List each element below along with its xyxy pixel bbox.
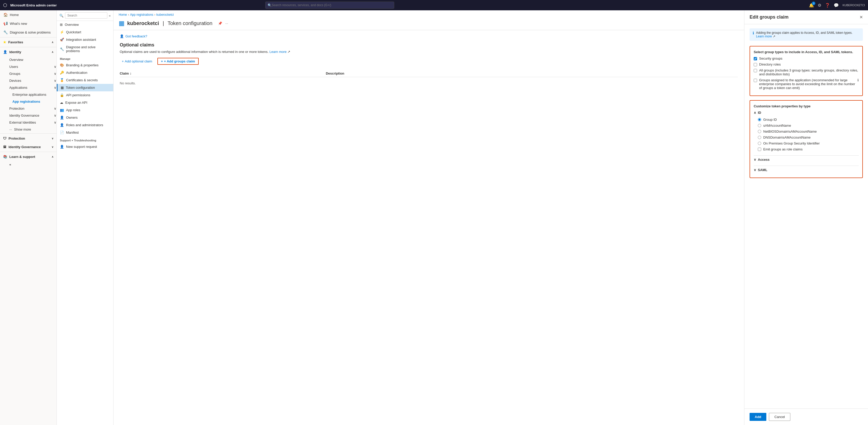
- learn-chevron: ∧: [52, 155, 54, 158]
- sidebar-sub-users[interactable]: Users ∨: [0, 63, 57, 70]
- add-groups-claim-button[interactable]: + + Add groups claim: [157, 58, 199, 65]
- overview-icon: ⊞: [60, 23, 63, 27]
- right-panel: Edit groups claim ✕ ℹ Adding the groups …: [744, 10, 868, 425]
- security-groups-label: Security groups: [759, 57, 782, 60]
- nav-item-integration-assistant[interactable]: 🚀 Integration assistant: [57, 36, 113, 43]
- netbios-radio[interactable]: [758, 130, 761, 133]
- sidebar-sub-identity-governance[interactable]: Identity Governance ∨: [0, 112, 57, 119]
- no-results-message: No results.: [120, 77, 738, 89]
- nav-item-certificates[interactable]: 🏅 Certificates & secrets: [57, 77, 113, 84]
- global-search-box[interactable]: 🔍: [265, 2, 394, 9]
- protection-section-icon: 🛡: [3, 136, 6, 141]
- sam-account-name-radio[interactable]: [758, 124, 761, 127]
- sidebar-sub-groups[interactable]: Groups ∨: [0, 70, 57, 77]
- chat-icon[interactable]: 💬: [834, 3, 839, 8]
- sidebar-section-identity[interactable]: 👤 Identity ∧: [0, 48, 57, 56]
- sidebar-sub-enterprise-apps[interactable]: Enterprise applications: [0, 91, 57, 98]
- sidebar-sub-external-identities[interactable]: External Identities ∨: [0, 119, 57, 126]
- user-account[interactable]: KUBEROCKETCI: [842, 4, 865, 7]
- saml-token-header[interactable]: ∨ SAML: [754, 166, 859, 174]
- breadcrumb-kuberocketci[interactable]: kuberocketci: [156, 13, 174, 17]
- identity-chevron: ∧: [52, 51, 54, 53]
- auth-icon: 🔑: [60, 71, 64, 74]
- sidebar-section-protection[interactable]: 🛡 Protection ∨: [0, 134, 57, 143]
- customize-token-box: Customize token properties by type ∧ ID …: [750, 100, 863, 178]
- emit-groups-checkbox[interactable]: [758, 148, 761, 151]
- sort-icon[interactable]: ↕: [130, 71, 132, 75]
- sidebar-item-diagnose-label: Diagnose & solve problems: [10, 30, 51, 34]
- brand-name: Microsoft Entra admin center: [10, 3, 57, 7]
- nav-item-manifest[interactable]: 📄 Manifest: [57, 129, 113, 136]
- protection-section-chevron: ∨: [52, 137, 54, 140]
- nav-item-authentication[interactable]: 🔑 Authentication: [57, 69, 113, 77]
- on-premises-option: On Premises Group Security Identifier: [754, 141, 859, 146]
- sidebar-sub-devices[interactable]: Devices ∨: [0, 77, 57, 84]
- sidebar-section-learn-support[interactable]: 📚 Learn & support ∧: [0, 152, 57, 161]
- info-learn-more-link[interactable]: Learn more: [756, 35, 772, 38]
- nav-item-api-permissions[interactable]: 🔒 API permissions: [57, 91, 113, 99]
- help-icon[interactable]: ❓: [825, 3, 830, 8]
- diagnose-icon: 🔧: [3, 30, 8, 34]
- sidebar-sub-show-more[interactable]: ··· Show more: [0, 126, 57, 133]
- id-token-section: ∧ ID Group ID sAMAccountName: [754, 111, 859, 152]
- nav-item-app-roles[interactable]: 👥 App roles: [57, 106, 113, 114]
- nav-item-expose-api[interactable]: ☁ Expose an API: [57, 99, 113, 106]
- id-token-header[interactable]: ∧ ID: [754, 111, 859, 115]
- feedback-bar[interactable]: 👤 Got feedback?: [120, 34, 738, 38]
- id-gov-chevron: ∨: [52, 146, 54, 148]
- manifest-icon: 📄: [60, 130, 64, 134]
- sidebar-collapse-btn[interactable]: «: [0, 161, 57, 168]
- middle-nav-list: ⊞ Overview ⚡ Quickstart 🚀 Integration as…: [57, 21, 113, 425]
- nav-item-quickstart[interactable]: ⚡ Quickstart: [57, 28, 113, 36]
- sidebar-sub-app-registrations[interactable]: App registrations: [0, 98, 57, 105]
- close-panel-button[interactable]: ✕: [860, 15, 863, 20]
- nav-item-overview[interactable]: ⊞ Overview: [57, 21, 113, 28]
- directory-roles-checkbox[interactable]: [754, 63, 757, 66]
- sidebar-item-whats-new[interactable]: 📢 What's new: [0, 19, 57, 28]
- groups-assigned-label: Groups assigned to the application (reco…: [759, 78, 855, 90]
- add-button[interactable]: Add: [750, 413, 766, 421]
- nav-item-new-support[interactable]: 👤 New support request: [57, 143, 113, 150]
- collapse-left-icon[interactable]: «: [109, 14, 111, 18]
- sidebar-item-diagnose[interactable]: 🔧 Diagnose & solve problems: [0, 28, 57, 37]
- cancel-button[interactable]: Cancel: [769, 413, 790, 421]
- groups-assigned-checkbox[interactable]: [754, 79, 757, 82]
- notification-icon[interactable]: 🔔 3: [809, 3, 814, 8]
- nav-item-owners[interactable]: 👤 Owners: [57, 114, 113, 121]
- sidebar-sub-protection[interactable]: Protection ∨: [0, 105, 57, 112]
- settings-icon[interactable]: ⚙: [818, 3, 821, 8]
- top-navigation: ⬡ Microsoft Entra admin center 🔍 🔔 3 ⚙ ❓…: [0, 0, 868, 10]
- security-groups-checkbox[interactable]: [754, 57, 757, 60]
- divider-4: [0, 152, 57, 152]
- access-token-header[interactable]: ∨ Access: [754, 155, 859, 163]
- sidebar-sub-overview[interactable]: Overview: [0, 56, 57, 63]
- add-optional-claim-button[interactable]: + Add optional claim: [120, 58, 154, 65]
- nav-item-token-configuration[interactable]: ▦ Token configuration: [57, 84, 113, 91]
- on-premises-radio[interactable]: [758, 142, 761, 145]
- external-identities-chevron: ∨: [54, 121, 57, 124]
- breadcrumb-app-registrations[interactable]: App registrations: [130, 13, 153, 17]
- sidebar-section-favorites[interactable]: ★ Favorites ∧: [0, 38, 57, 47]
- learn-label: Learn & support: [9, 155, 35, 159]
- divider-1: [0, 37, 57, 37]
- assigned-info-icon[interactable]: ℹ: [858, 78, 859, 82]
- sidebar-section-identity-governance[interactable]: 🏛 Identity Governance ∨: [0, 143, 57, 151]
- nav-item-branding[interactable]: 🎨 Branding & properties: [57, 61, 113, 69]
- group-id-radio[interactable]: [758, 118, 761, 121]
- all-groups-checkbox[interactable]: [754, 69, 757, 72]
- sidebar-item-home[interactable]: 🏠 Home: [0, 10, 57, 19]
- dns-domain-radio[interactable]: [758, 136, 761, 139]
- breadcrumb-home[interactable]: Home: [119, 13, 127, 17]
- breadcrumb-sep-2: ›: [154, 13, 155, 17]
- pin-icon[interactable]: 📌: [218, 22, 222, 25]
- search-input[interactable]: [272, 3, 392, 7]
- sidebar-sub-applications[interactable]: Applications ∨: [0, 84, 57, 91]
- learn-more-link[interactable]: Learn more: [269, 50, 286, 54]
- middle-search-input[interactable]: [65, 12, 107, 19]
- security-groups-option: Security groups: [754, 57, 859, 60]
- info-banner: ℹ Adding the groups claim applies to Acc…: [750, 28, 863, 41]
- nav-item-diagnose-solve[interactable]: 🔧 Diagnose and solve problems: [57, 43, 113, 55]
- more-options-icon[interactable]: ···: [225, 22, 228, 25]
- nav-item-roles-admins[interactable]: 👤 Roles and administrators: [57, 121, 113, 129]
- access-label: Access: [758, 158, 770, 161]
